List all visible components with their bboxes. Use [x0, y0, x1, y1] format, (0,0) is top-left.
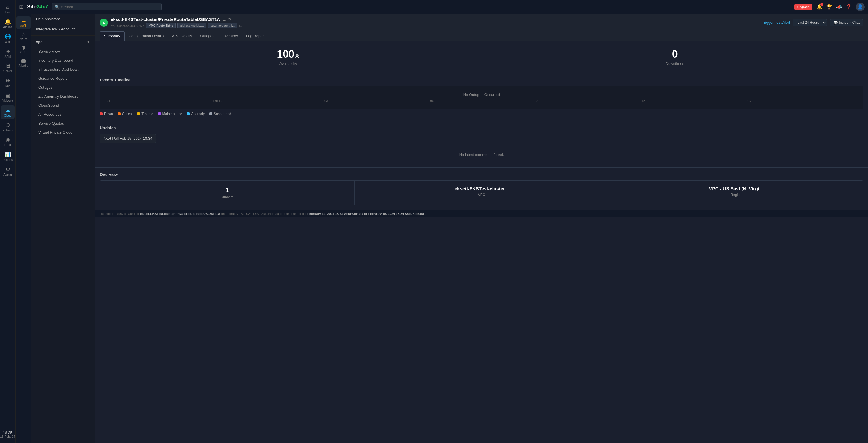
- sidebar-item-zia-anomaly[interactable]: Zia Anomaly Dashboard: [31, 92, 95, 101]
- availability-stat: 100% Availability: [95, 41, 482, 73]
- aws-nav-azure[interactable]: △ Azure: [16, 30, 31, 42]
- critical-dot: [118, 113, 121, 116]
- nav-item-reports[interactable]: 📊 Reports: [1, 150, 15, 163]
- nav-item-admin[interactable]: ⚙ Admin: [1, 164, 15, 178]
- help-assistant-item[interactable]: Help Assistant: [31, 14, 95, 24]
- aws-nav-alibaba[interactable]: ⬤ Alibaba: [16, 56, 31, 69]
- megaphone-icon[interactable]: 📣: [836, 4, 842, 9]
- overview-section: Overview 1 Subnets eksctl-EKSTest-cluste…: [95, 167, 868, 210]
- tab-inventory[interactable]: Inventory: [219, 31, 242, 41]
- resource-id: rtb-069bc0ce5838f247d: [111, 24, 144, 28]
- legend-suspended: Suspended: [209, 112, 231, 116]
- availability-value: 100%: [100, 48, 477, 60]
- grid-icon[interactable]: ⊞: [19, 4, 24, 10]
- nav-item-k8s[interactable]: ☸ K8s: [1, 76, 15, 89]
- sidebar: Help Assistant Integrate AWS Account vpc…: [31, 14, 95, 443]
- sidebar-item-outages[interactable]: Outages: [31, 83, 95, 92]
- logo: Site24x7: [27, 4, 48, 10]
- bell-icon[interactable]: 🔔: [816, 4, 822, 9]
- resource-type-tag: VPC Route Table: [146, 23, 176, 28]
- sidebar-item-all-resources[interactable]: All Resources: [31, 110, 95, 119]
- sidebar-item-service-quotas[interactable]: Service Quotas: [31, 119, 95, 128]
- admin-icon: ⚙: [5, 166, 10, 172]
- suspended-dot: [209, 113, 212, 116]
- gcp-icon: ◑: [22, 45, 26, 50]
- sidebar-item-virtual-private-cloud[interactable]: Virtual Private Cloud: [31, 128, 95, 137]
- nav-item-vmware[interactable]: ▣ VMware: [1, 91, 15, 104]
- subnets-label: Subnets: [105, 195, 350, 199]
- tab-vpc[interactable]: VPC Details: [167, 31, 196, 41]
- nav-item-rum[interactable]: ◉ RUM: [1, 135, 15, 149]
- nav-item-home[interactable]: ⌂ Home: [1, 2, 15, 15]
- legend-anomaly: Anomaly: [187, 112, 205, 116]
- tag-icon[interactable]: 🏷: [239, 24, 243, 28]
- tab-outages[interactable]: Outages: [196, 31, 218, 41]
- home-icon: ⌂: [6, 4, 9, 10]
- refresh-icon[interactable]: ↻: [228, 17, 231, 22]
- updates-title: Updates: [100, 126, 863, 130]
- cloud-icon: ☁: [5, 107, 10, 113]
- time-widget: 18:35 15 Feb, 24: [0, 428, 16, 441]
- main-area: ☁ AWS △ Azure ◑ GCP ⬤ Alibaba Help Assis…: [16, 14, 868, 443]
- resource-info: eksctl-EKSTest-cluster/PrivateRouteTable…: [111, 17, 243, 28]
- anomaly-dot: [187, 113, 190, 116]
- content-area: ▲ eksctl-EKSTest-cluster/PrivateRouteTab…: [95, 14, 868, 443]
- help-icon[interactable]: ❓: [846, 4, 852, 9]
- top-bar-right: Upgrade 🔔 🏆 📣 ❓ 👤: [794, 3, 865, 11]
- legend-down: Down: [100, 112, 113, 116]
- nav-item-web[interactable]: 🌐 Web: [1, 32, 15, 45]
- nav-item-cloud[interactable]: ☁ Cloud: [1, 105, 15, 119]
- resource-tag1: alpha.eksctl.io/...: [178, 23, 207, 28]
- tab-config[interactable]: Configuration Details: [125, 31, 168, 41]
- sidebar-item-cloudspend[interactable]: CloudSpend: [31, 101, 95, 110]
- trigger-test-alert-button[interactable]: Trigger Test Alert: [762, 20, 790, 25]
- notification-badge: [820, 3, 824, 6]
- aws-nav-aws[interactable]: ☁ AWS: [16, 16, 31, 29]
- sidebar-item-service-view[interactable]: Service View: [31, 47, 95, 56]
- updates-section: Updates Next Poll Feb 15, 2024 18:34 No …: [95, 121, 868, 167]
- upgrade-button[interactable]: Upgrade: [794, 4, 812, 10]
- vmware-icon: ▣: [5, 92, 10, 99]
- footer-resource-name: eksctl-EKSTest-cluster/PrivateRouteTable…: [140, 212, 220, 215]
- integrate-aws-item[interactable]: Integrate AWS Account: [31, 24, 95, 34]
- nav-item-network[interactable]: ⬡ Network: [1, 120, 15, 134]
- aws-nav-gcp[interactable]: ◑ GCP: [16, 43, 31, 56]
- network-icon: ⬡: [5, 122, 10, 128]
- nav-item-alarms[interactable]: 🔔 Alarms: [1, 17, 15, 30]
- legend-maintenance: Maintenance: [158, 112, 182, 116]
- apm-icon: ◈: [6, 48, 10, 55]
- tab-summary[interactable]: Summary: [100, 31, 125, 41]
- avatar[interactable]: 👤: [856, 3, 865, 11]
- alibaba-icon: ⬤: [21, 58, 26, 63]
- trophy-icon[interactable]: 🏆: [826, 4, 832, 9]
- vpc-section[interactable]: vpc ▼: [31, 37, 95, 47]
- time-range-select[interactable]: Last 24 Hours: [793, 19, 827, 26]
- search-bar[interactable]: 🔍 Search: [52, 3, 162, 10]
- tab-log[interactable]: Log Report: [242, 31, 269, 41]
- downtimes-label: Downtimes: [487, 61, 864, 66]
- icon-nav: ⌂ Home 🔔 Alarms 🌐 Web ◈ APM 🖥 Server ☸ K…: [0, 0, 16, 443]
- maintenance-dot: [158, 113, 161, 116]
- resource-header: ▲ eksctl-EKSTest-cluster/PrivateRouteTab…: [95, 14, 868, 31]
- stats-row: 100% Availability 0 Downtimes: [95, 41, 868, 73]
- aws-subnav: ☁ AWS △ Azure ◑ GCP ⬤ Alibaba: [16, 14, 31, 443]
- subnets-value: 1: [105, 186, 350, 194]
- overview-subnets: 1 Subnets: [100, 181, 354, 205]
- alarms-icon: 🔔: [5, 19, 11, 25]
- trouble-dot: [137, 113, 140, 116]
- aws-icon: ☁: [21, 18, 26, 24]
- overview-title: Overview: [100, 172, 863, 177]
- vpc-value: eksctl-EKSTest-cluster...: [359, 186, 604, 192]
- top-bar: ⊞ Site24x7 🔍 Search Upgrade 🔔 🏆 📣 ❓ 👤: [16, 0, 868, 14]
- k8s-icon: ☸: [5, 77, 10, 84]
- rum-icon: ◉: [5, 136, 10, 143]
- incident-chat-button[interactable]: 💬 Incident Chat: [830, 19, 863, 26]
- vpc-dropdown-icon[interactable]: ▼: [86, 40, 90, 44]
- region-label: Region: [614, 193, 859, 197]
- nav-item-apm[interactable]: ◈ APM: [1, 46, 15, 60]
- nav-item-server[interactable]: 🖥 Server: [1, 61, 15, 74]
- sidebar-item-infrastructure-dashboard[interactable]: Infrastructure Dashboa...: [31, 65, 95, 74]
- sidebar-item-inventory-dashboard[interactable]: Inventory Dashboard: [31, 56, 95, 65]
- menu-icon[interactable]: ☰: [222, 17, 226, 22]
- sidebar-item-guidance-report[interactable]: Guidance Report: [31, 74, 95, 83]
